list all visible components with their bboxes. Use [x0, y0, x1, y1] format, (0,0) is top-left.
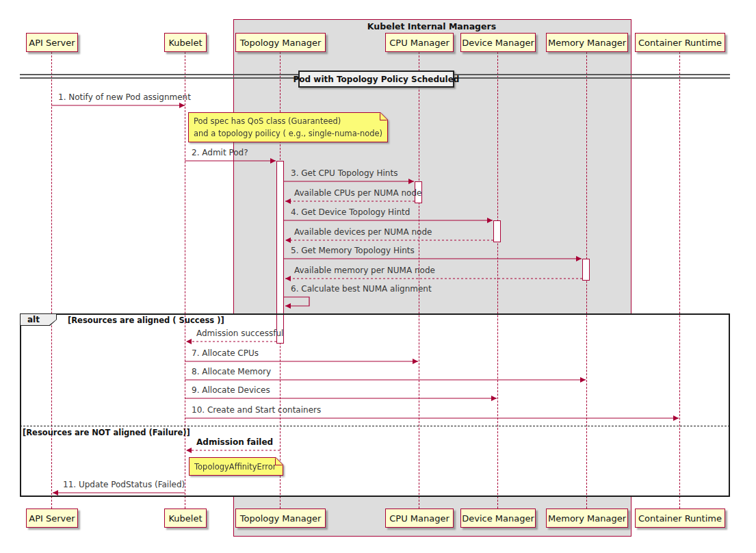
participant-top-device-manager: Device Manager [460, 33, 536, 52]
message-label-10: 10. Create and Start containers [192, 405, 321, 415]
sequence-diagram: Kubelet Internal Managers Pod with Topol… [0, 0, 756, 553]
divider-label: Pod with Topology Policy Scheduled [298, 70, 454, 88]
participant-bottom-api-server: API Server [26, 509, 78, 528]
lifeline-device-manager [497, 52, 498, 509]
activation-topology-manager [276, 161, 284, 344]
message-label-4: 4. Get Device Topology Hintd [291, 207, 410, 217]
message-label-7: 7. Allocate CPUs [192, 348, 259, 358]
activation-memory-manager [582, 259, 590, 281]
alt-frame-background [20, 313, 730, 497]
participant-top-api-server: API Server [26, 33, 78, 52]
participant-top-topology-manager: Topology Manager [235, 33, 326, 52]
alt-label: alt [21, 314, 56, 325]
participant-bottom-memory-manager: Memory Manager [546, 509, 628, 528]
note-line: and a topology poilicy ( e.g., single-nu… [194, 127, 378, 140]
alt-else-divider [20, 426, 730, 426]
lifeline-cpu-manager [419, 52, 419, 509]
participant-top-container-runtime: Container Runtime [635, 33, 725, 52]
message-label-return-device: Available devices per NUMA node [294, 227, 432, 237]
message-label-2: 2. Admit Pod? [192, 148, 248, 157]
message-label-return-memory: Available memory per NUMA node [294, 266, 435, 275]
participant-bottom-kubelet: Kubelet [164, 509, 207, 528]
note-pod-spec: Pod spec has QoS class (Guaranteed) and … [188, 112, 388, 142]
lifeline-kubelet [185, 52, 185, 509]
alt-frame-pentagon: alt [20, 313, 57, 326]
message-label-1: 1. Notify of new Pod assignment [58, 92, 191, 102]
participant-top-kubelet: Kubelet [164, 33, 207, 52]
group-box-title: Kubelet Internal Managers [233, 21, 630, 31]
participant-top-cpu-manager: CPU Manager [385, 33, 454, 52]
note-line: TopologyAffinityError [194, 461, 274, 473]
participant-bottom-topology-manager: Topology Manager [235, 509, 326, 528]
message-label-8: 8. Allocate Memory [192, 367, 271, 376]
message-label-return-cpu: Available CPUs per NUMA node [294, 188, 421, 198]
participant-bottom-device-manager: Device Manager [460, 509, 536, 528]
message-label-admission-successful: Admission successful [196, 329, 283, 338]
note-topology-affinity-error: TopologyAffinityError [189, 457, 283, 476]
message-label-9: 9. Allocate Devices [192, 385, 270, 395]
alt-guard-success: [Resources are aligned ( Success )] [68, 316, 224, 325]
participant-top-memory-manager: Memory Manager [546, 33, 628, 52]
message-label-admission-failed: Admission failed [196, 437, 273, 447]
lifeline-container-runtime [679, 52, 680, 509]
message-label-11: 11. Update PodStatus (Failed) [63, 480, 185, 489]
alt-guard-failure: [Resources are NOT aligned (Failure)] [23, 428, 190, 437]
message-label-6: 6. Calculate best NUMA alignment [291, 284, 432, 294]
activation-device-manager [493, 220, 501, 242]
participant-bottom-cpu-manager: CPU Manager [385, 509, 454, 528]
note-line: Pod spec has QoS class (Guaranteed) [194, 115, 378, 127]
lifeline-api-server [51, 52, 52, 509]
message-label-3: 3. Get CPU Topology Hints [291, 168, 397, 178]
participant-bottom-container-runtime: Container Runtime [635, 509, 725, 528]
message-label-5: 5. Get Memory Topology Hints [291, 246, 415, 255]
